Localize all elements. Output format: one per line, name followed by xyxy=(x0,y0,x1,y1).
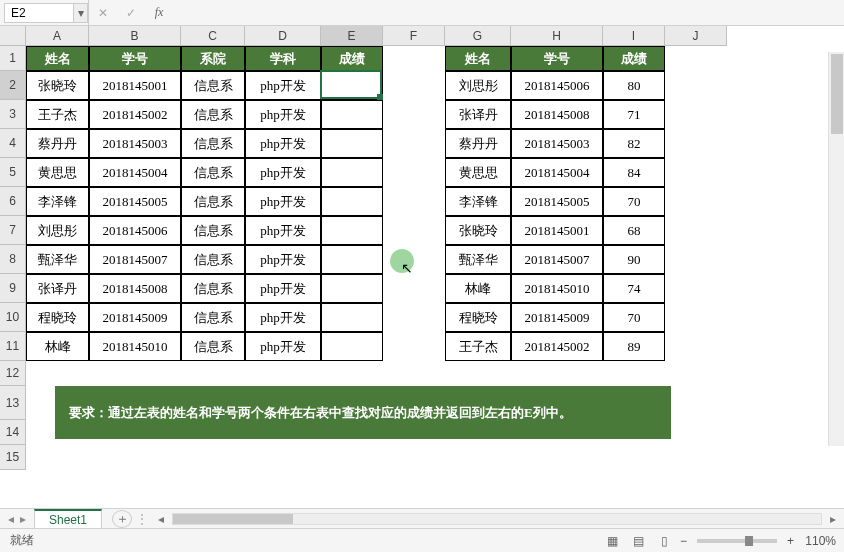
cell-A9[interactable]: 张译丹 xyxy=(26,274,89,303)
cell-E6[interactable] xyxy=(321,187,383,216)
cell-C2[interactable]: 信息系 xyxy=(181,71,245,100)
cell-I1[interactable]: 成绩 xyxy=(603,46,665,71)
cell-A3[interactable]: 王子杰 xyxy=(26,100,89,129)
cell-A10[interactable]: 程晓玲 xyxy=(26,303,89,332)
cell-E8[interactable] xyxy=(321,245,383,274)
cell-B1[interactable]: 学号 xyxy=(89,46,181,71)
cell-B4[interactable]: 2018145003 xyxy=(89,129,181,158)
cell-I3[interactable]: 71 xyxy=(603,100,665,129)
cell-E4[interactable] xyxy=(321,129,383,158)
cell-H5[interactable]: 2018145004 xyxy=(511,158,603,187)
hscroll-thumb[interactable] xyxy=(173,514,293,524)
cell-D4[interactable]: php开发 xyxy=(245,129,321,158)
cell-E7[interactable] xyxy=(321,216,383,245)
cell-B7[interactable]: 2018145006 xyxy=(89,216,181,245)
cell-G8[interactable]: 甄泽华 xyxy=(445,245,511,274)
cell-A5[interactable]: 黄思思 xyxy=(26,158,89,187)
view-page-break-icon[interactable]: ▯ xyxy=(654,532,676,550)
cell-H10[interactable]: 2018145009 xyxy=(511,303,603,332)
cell-D1[interactable]: 学科 xyxy=(245,46,321,71)
hscroll-track[interactable] xyxy=(172,513,822,525)
hscroll-left-icon[interactable]: ◂ xyxy=(154,512,168,526)
row-header-3[interactable]: 3 xyxy=(0,100,26,129)
row-header-7[interactable]: 7 xyxy=(0,216,26,245)
cell-H6[interactable]: 2018145005 xyxy=(511,187,603,216)
cell-I9[interactable]: 74 xyxy=(603,274,665,303)
row-header-2[interactable]: 2 xyxy=(0,71,26,100)
cell-G4[interactable]: 蔡丹丹 xyxy=(445,129,511,158)
column-header-H[interactable]: H xyxy=(511,26,603,46)
vertical-scrollbar[interactable] xyxy=(828,52,844,446)
cell-G2[interactable]: 刘思彤 xyxy=(445,71,511,100)
cell-I11[interactable]: 89 xyxy=(603,332,665,361)
row-header-15[interactable]: 15 xyxy=(0,445,26,470)
cell-A6[interactable]: 李泽锋 xyxy=(26,187,89,216)
zoom-value[interactable]: 110% xyxy=(798,534,836,548)
view-page-layout-icon[interactable]: ▤ xyxy=(628,532,650,550)
cell-I8[interactable]: 90 xyxy=(603,245,665,274)
column-header-D[interactable]: D xyxy=(245,26,321,46)
row-header-8[interactable]: 8 xyxy=(0,245,26,274)
cell-H2[interactable]: 2018145006 xyxy=(511,71,603,100)
tab-next-icon[interactable]: ▸ xyxy=(20,512,26,526)
cell-H4[interactable]: 2018145003 xyxy=(511,129,603,158)
cell-G5[interactable]: 黄思思 xyxy=(445,158,511,187)
cell-D7[interactable]: php开发 xyxy=(245,216,321,245)
cell-D11[interactable]: php开发 xyxy=(245,332,321,361)
cell-G7[interactable]: 张晓玲 xyxy=(445,216,511,245)
cell-I7[interactable]: 68 xyxy=(603,216,665,245)
cell-G11[interactable]: 王子杰 xyxy=(445,332,511,361)
zoom-slider[interactable] xyxy=(697,539,777,543)
cell-A2[interactable]: 张晓玲 xyxy=(26,71,89,100)
cell-B3[interactable]: 2018145002 xyxy=(89,100,181,129)
cell-C3[interactable]: 信息系 xyxy=(181,100,245,129)
row-header-1[interactable]: 1 xyxy=(0,46,26,71)
cell-C1[interactable]: 系院 xyxy=(181,46,245,71)
cell-A1[interactable]: 姓名 xyxy=(26,46,89,71)
fx-icon[interactable]: fx xyxy=(147,1,171,25)
cell-I6[interactable]: 70 xyxy=(603,187,665,216)
cell-G10[interactable]: 程晓玲 xyxy=(445,303,511,332)
cell-C5[interactable]: 信息系 xyxy=(181,158,245,187)
column-header-F[interactable]: F xyxy=(383,26,445,46)
row-header-14[interactable]: 14 xyxy=(0,420,26,445)
cell-E5[interactable] xyxy=(321,158,383,187)
cell-E3[interactable] xyxy=(321,100,383,129)
cell-D9[interactable]: php开发 xyxy=(245,274,321,303)
cell-C8[interactable]: 信息系 xyxy=(181,245,245,274)
cell-A11[interactable]: 林峰 xyxy=(26,332,89,361)
cell-H1[interactable]: 学号 xyxy=(511,46,603,71)
cell-H11[interactable]: 2018145002 xyxy=(511,332,603,361)
cell-I5[interactable]: 84 xyxy=(603,158,665,187)
cell-G6[interactable]: 李泽锋 xyxy=(445,187,511,216)
cell-A7[interactable]: 刘思彤 xyxy=(26,216,89,245)
row-header-5[interactable]: 5 xyxy=(0,158,26,187)
cell-B8[interactable]: 2018145007 xyxy=(89,245,181,274)
cell-H7[interactable]: 2018145001 xyxy=(511,216,603,245)
column-header-A[interactable]: A xyxy=(26,26,89,46)
column-header-E[interactable]: E xyxy=(321,26,383,46)
cell-D6[interactable]: php开发 xyxy=(245,187,321,216)
cell-I4[interactable]: 82 xyxy=(603,129,665,158)
column-header-C[interactable]: C xyxy=(181,26,245,46)
cell-C11[interactable]: 信息系 xyxy=(181,332,245,361)
zoom-thumb[interactable] xyxy=(745,536,753,546)
cell-E2[interactable] xyxy=(321,71,383,100)
cell-C7[interactable]: 信息系 xyxy=(181,216,245,245)
add-sheet-button[interactable]: ＋ xyxy=(112,510,132,528)
cell-H9[interactable]: 2018145010 xyxy=(511,274,603,303)
row-header-13[interactable]: 13 xyxy=(0,386,26,420)
column-header-I[interactable]: I xyxy=(603,26,665,46)
cell-H8[interactable]: 2018145007 xyxy=(511,245,603,274)
cell-A4[interactable]: 蔡丹丹 xyxy=(26,129,89,158)
cell-D3[interactable]: php开发 xyxy=(245,100,321,129)
cell-C9[interactable]: 信息系 xyxy=(181,274,245,303)
cell-C6[interactable]: 信息系 xyxy=(181,187,245,216)
row-header-6[interactable]: 6 xyxy=(0,187,26,216)
row-header-9[interactable]: 9 xyxy=(0,274,26,303)
cell-G3[interactable]: 张译丹 xyxy=(445,100,511,129)
tab-prev-icon[interactable]: ◂ xyxy=(8,512,14,526)
select-all-corner[interactable] xyxy=(0,26,26,46)
cell-E11[interactable] xyxy=(321,332,383,361)
cell-A8[interactable]: 甄泽华 xyxy=(26,245,89,274)
